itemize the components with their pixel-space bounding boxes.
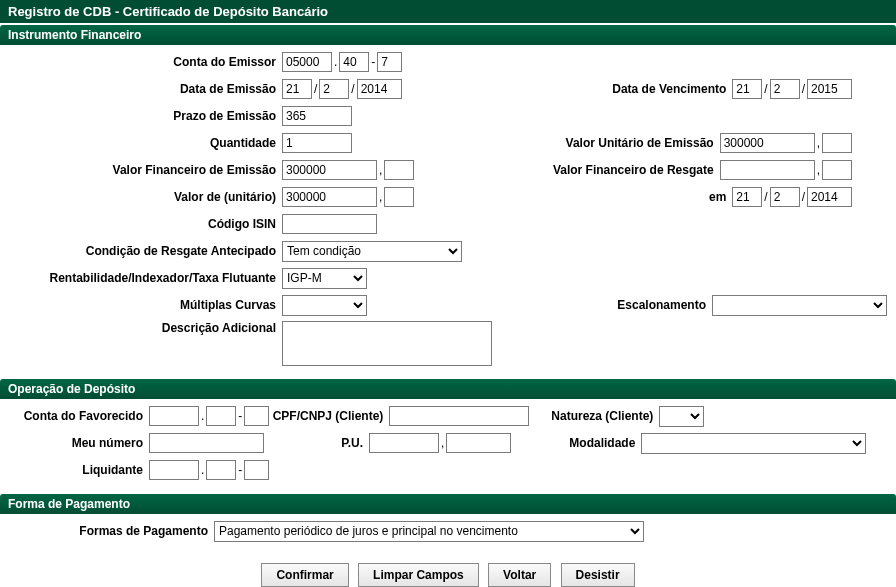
sep-dot: . (332, 55, 339, 69)
data-vencimento-y[interactable] (807, 79, 852, 99)
label-conta-favorecido: Conta do Favorecido (4, 409, 149, 423)
label-data-emissao: Data de Emissão (4, 82, 282, 96)
valor-unitario-emissao-int[interactable] (720, 133, 815, 153)
modalidade-select[interactable] (641, 433, 866, 454)
sep-comma: , (377, 190, 384, 204)
sep-slash: / (800, 190, 807, 204)
button-row: Confirmar Limpar Campos Voltar Desistir (0, 553, 896, 587)
conta-emissor-a[interactable] (282, 52, 332, 72)
label-valor-de-unitario: Valor de (unitário) (4, 190, 282, 204)
label-conta-emissor: Conta do Emissor (4, 55, 282, 69)
prazo-emissao[interactable] (282, 106, 352, 126)
label-valor-unitario-emissao: Valor Unitário de Emissão (530, 136, 720, 150)
label-quantidade: Quantidade (4, 136, 282, 150)
em-m[interactable] (770, 187, 800, 207)
label-modalidade: Modalidade (511, 436, 641, 450)
conta-favorecido-c[interactable] (244, 406, 269, 426)
conta-favorecido-a[interactable] (149, 406, 199, 426)
sep-comma: , (815, 163, 822, 177)
section-deposito-body: Conta do Favorecido . - CPF/CNPJ (Client… (0, 399, 896, 492)
data-vencimento-m[interactable] (770, 79, 800, 99)
sep-slash: / (762, 82, 769, 96)
em-y[interactable] (807, 187, 852, 207)
data-emissao-m[interactable] (319, 79, 349, 99)
label-formas-pagamento: Formas de Pagamento (4, 524, 214, 538)
sep-comma: , (377, 163, 384, 177)
natureza-select[interactable] (659, 406, 704, 427)
voltar-button[interactable]: Voltar (488, 563, 551, 587)
valor-financeiro-resgate-int[interactable] (720, 160, 815, 180)
label-pu: P.U. (264, 436, 369, 450)
label-descricao-adicional: Descrição Adicional (4, 321, 282, 335)
liquidante-c[interactable] (244, 460, 269, 480)
data-emissao-y[interactable] (357, 79, 402, 99)
label-data-vencimento: Data de Vencimento (542, 82, 732, 96)
sep-comma: , (815, 136, 822, 150)
confirmar-button[interactable]: Confirmar (261, 563, 348, 587)
section-deposito-header: Operação de Depósito (0, 379, 896, 399)
pu-int[interactable] (369, 433, 439, 453)
label-meu-numero: Meu número (4, 436, 149, 450)
liquidante-b[interactable] (206, 460, 236, 480)
section-instrumento-body: Conta do Emissor . - Data de Emissão / /… (0, 45, 896, 377)
sep-dot: . (199, 463, 206, 477)
sep-slash: / (312, 82, 319, 96)
pu-dec[interactable] (446, 433, 511, 453)
label-liquidante: Liquidante (4, 463, 149, 477)
quantidade[interactable] (282, 133, 352, 153)
label-valor-financeiro-emissao: Valor Financeiro de Emissão (4, 163, 282, 177)
label-natureza: Natureza (Cliente) (529, 409, 659, 423)
meu-numero[interactable] (149, 433, 264, 453)
condicao-resgate-select[interactable]: Tem condição (282, 241, 462, 262)
data-vencimento-d[interactable] (732, 79, 762, 99)
sep-slash: / (349, 82, 356, 96)
label-codigo-isin: Código ISIN (4, 217, 282, 231)
sep-slash: / (762, 190, 769, 204)
section-pagamento-header: Forma de Pagamento (0, 494, 896, 514)
label-cpf-cnpj: CPF/CNPJ (Cliente) (269, 409, 389, 423)
conta-emissor-c[interactable] (377, 52, 402, 72)
rentabilidade-select[interactable]: IGP-M (282, 268, 367, 289)
liquidante-a[interactable] (149, 460, 199, 480)
escalonamento-select[interactable] (712, 295, 887, 316)
label-prazo-emissao: Prazo de Emissão (4, 109, 282, 123)
sep-comma: , (439, 436, 446, 450)
desistir-button[interactable]: Desistir (561, 563, 635, 587)
em-d[interactable] (732, 187, 762, 207)
section-pagamento-body: Formas de Pagamento Pagamento periódico … (0, 514, 896, 553)
cpf-cnpj[interactable] (389, 406, 529, 426)
multiplas-curvas-select[interactable] (282, 295, 367, 316)
data-emissao-d[interactable] (282, 79, 312, 99)
sep-dash: - (236, 463, 244, 477)
codigo-isin[interactable] (282, 214, 377, 234)
valor-de-unitario-dec[interactable] (384, 187, 414, 207)
page-title: Registro de CDB - Certificado de Depósit… (0, 0, 896, 23)
valor-financeiro-emissao-dec[interactable] (384, 160, 414, 180)
label-rentabilidade: Rentabilidade/Indexador/Taxa Flutuante (4, 271, 282, 285)
valor-unitario-emissao-dec[interactable] (822, 133, 852, 153)
conta-emissor-b[interactable] (339, 52, 369, 72)
label-multiplas-curvas: Múltiplas Curvas (4, 298, 282, 312)
label-valor-financeiro-resgate: Valor Financeiro de Resgate (530, 163, 720, 177)
valor-financeiro-resgate-dec[interactable] (822, 160, 852, 180)
label-escalonamento: Escalonamento (522, 298, 712, 312)
sep-slash: / (800, 82, 807, 96)
sep-dash: - (369, 55, 377, 69)
valor-financeiro-emissao-int[interactable] (282, 160, 377, 180)
sep-dot: . (199, 409, 206, 423)
label-condicao-resgate: Condição de Resgate Antecipado (4, 244, 282, 258)
section-instrumento-header: Instrumento Financeiro (0, 25, 896, 45)
label-em: em (542, 190, 732, 204)
sep-dash: - (236, 409, 244, 423)
valor-de-unitario-int[interactable] (282, 187, 377, 207)
descricao-adicional[interactable] (282, 321, 492, 366)
limpar-campos-button[interactable]: Limpar Campos (358, 563, 479, 587)
formas-pagamento-select[interactable]: Pagamento periódico de juros e principal… (214, 521, 644, 542)
conta-favorecido-b[interactable] (206, 406, 236, 426)
